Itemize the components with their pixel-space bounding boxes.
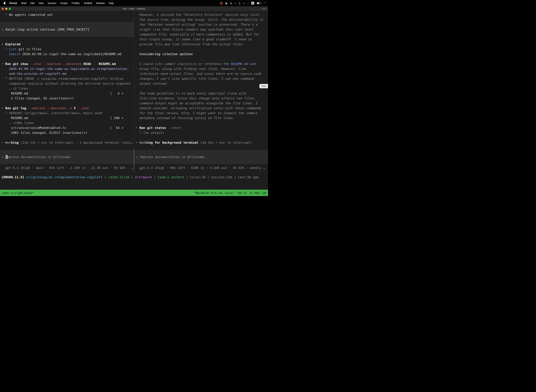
terminal-line [134,121,268,125]
menubar-item-shell[interactable]: Shell [19,2,28,5]
menubar-item-iterm2[interactable]: iTerm2 [7,2,19,5]
text-segment: 5 [74,106,78,110]
apple-menu-icon[interactable] [4,1,6,5]
battery-icon[interactable]: 61 [257,2,261,4]
text-segment: The team guideline is to back every impo… [139,92,263,120]
text-segment: README.md [231,62,248,66]
menubar-item-toolbelt[interactable]: Toolbelt [82,2,94,5]
menubar-item-session[interactable]: Session [46,2,58,5]
right-agent-log: However, I noticed the "Directory Struct… [134,12,268,145]
model-status-right: gpt-5.4 xhigh · 96% left · 520K in · 5.8… [134,164,268,172]
traffic-lights [0,8,11,10]
battery-percent-label: 61 [257,2,261,4]
text-segment: 2026-03-09-is-legal-the-same-as-legitima… [9,67,129,71]
close-button[interactable] [2,8,4,10]
prompt-input-left[interactable]: › Improve documentation in @filename [0,150,134,164]
text-segment: --oneline --decorate [28,106,68,110]
terminal-line: 2 files changed, 92 insertions(+) [0,96,134,101]
text-segment: └ [1,13,9,17]
app-grid-icon[interactable]: ⣿ [239,2,240,5]
text-segment: team:1 workers [158,175,184,179]
keyboard-icon[interactable]: ▦ [225,2,227,5]
menubar-item-edit[interactable]: Edit [28,2,36,5]
app-status-icon-dark[interactable]: ◗ [234,2,236,5]
text-segment: HEAD [83,62,93,66]
text-segment: README.md | 280 + [1,116,124,120]
window-shortcut-badge: ⌥⌘1 [260,8,268,10]
text-segment: | [184,175,190,179]
text-segment: turns:10 [190,175,206,179]
right-pane[interactable]: However, I noticed the "Directory Struct… [134,11,268,172]
text-segment: README.md | 4 + [1,92,124,95]
text-segment: (11m 13s • esc to interrupt) [19,141,74,144]
prompt-input-right[interactable]: › Improve documentation in @filename [134,150,268,164]
text-segment: -n [68,106,74,110]
text-segment [1,72,9,75]
minimize-button[interactable] [5,8,7,10]
meter-icon[interactable]: ◔ [247,2,249,5]
terminal-content: └ No agents completed yet › Ralph loop a… [0,11,268,172]
text-segment: 2026-03-09-is-legal-the-same-as-legitima… [20,52,121,56]
text-segment: --stat [78,106,89,110]
terminal-line: companion analysis without altering the … [0,81,134,86]
menubar-item-view[interactable]: View [36,2,46,5]
terminal-line: • Working (11m 13s • esc to interrupt) ·… [0,140,134,145]
screen-share-overlay-button[interactable]: Scre [259,84,268,88]
terminal-line: └ 4b9d30f (origin/main, instructkr/main,… [0,111,134,116]
terminal-line: • Ran git show --stat --oneline --decora… [0,61,134,66]
text-segment: companion analysis without altering the … [1,82,131,85]
text-segment: I could cite commit statistics or refere… [139,62,231,66]
terminal-line: However, I noticed the "Directory Struct… [134,12,268,47]
text-segment: ultrawork [135,175,152,179]
iterm2-window: omx --xhigh --madmax ⌥⌘1 └ No agents com… [0,6,268,196]
text-segment: Ran [5,106,13,110]
menubar-item-scripts[interactable]: Scripts [58,2,70,5]
input-source-icon[interactable]: A [251,2,254,5]
prompt-input-left-line[interactable]: › Improve documentation in @filename [0,154,134,159]
text-segment: --short [168,126,181,130]
text-segment: last:5m ago [238,175,259,179]
prompt-input-right-line[interactable]: › Improve documentation in @filename [134,154,268,159]
text-segment: 1903 files changed, 513517 insertions(+) [1,131,87,135]
text-segment: Considering citation options [139,52,193,56]
terminal-line: └ List git ls-files [0,47,134,52]
screen-recording-stop-icon[interactable] [220,2,222,5]
left-pane-scrollback: └ No agents completed yet › Ralph loop a… [0,11,134,150]
app-status-icon-blue[interactable]: ◉ [230,2,232,5]
model-status-left: gpt-5.4 xhigh · main · 91% left · 2.31M … [0,164,134,172]
text-segment [24,175,26,179]
left-pane[interactable]: └ No agents completed yet › Ralph loop a… [0,11,134,172]
text-cursor: I [6,155,8,159]
macos-menubar: iTerm2ShellEditViewSessionScriptsProfile… [0,0,268,6]
terminal-line: 1903 files changed, 513517 insertions(+) [0,130,134,135]
shortcut-icon[interactable]: ∞ [243,2,245,5]
text-segment: However, I noticed the "Directory Struct… [139,13,265,46]
text-segment: | [129,175,135,179]
text-segment: └ [1,111,9,115]
text-segment: • [1,42,5,46]
terminal-line: Considering citation options [134,52,268,56]
terminal-line: README.md | 280 + [0,116,134,121]
text-segment: · 1 background terminal runni… [74,141,133,144]
zoom-button[interactable] [9,8,11,10]
text-segment: • [1,141,5,144]
text-segment: 067f154 (HEAD -> essay/ai-reimplementati… [9,77,123,80]
left-pre-lines: └ No agents completed yet [0,12,134,17]
prompt-chevron: › [136,155,140,159]
menubar-item-help[interactable]: Help [107,2,116,5]
terminal-line: and-the-erosion-of-copyleft.md [0,71,134,76]
window-titlebar[interactable]: omx --xhigh --madmax ⌥⌘1 [0,6,268,11]
menubar-item-profiles[interactable]: Profiles [70,2,82,5]
text-segment: No agents completed yet [9,13,53,17]
text-segment: --stat --oneline --decorate [30,62,83,66]
ralph-loop-banner: › Ralph loop active continue [OMX_TMUX_I… [0,22,134,37]
wifi-icon[interactable]: ◠ [263,2,266,5]
ralph-loop-banner-line: › Ralph loop active continue [OMX_TMUX_I… [0,27,134,32]
text-segment: (no output) [143,131,164,135]
terminal-line: 2026-03-09-is-legal-the-same-as-legitima… [0,66,134,71]
terminal-line [134,56,268,61]
text-segment: git show [13,62,30,66]
menubar-item-window[interactable]: Window [94,2,107,5]
terminal-line: └ 067f154 (HEAD -> essay/ai-reimplementa… [0,76,134,81]
text-segment: | [102,175,108,179]
